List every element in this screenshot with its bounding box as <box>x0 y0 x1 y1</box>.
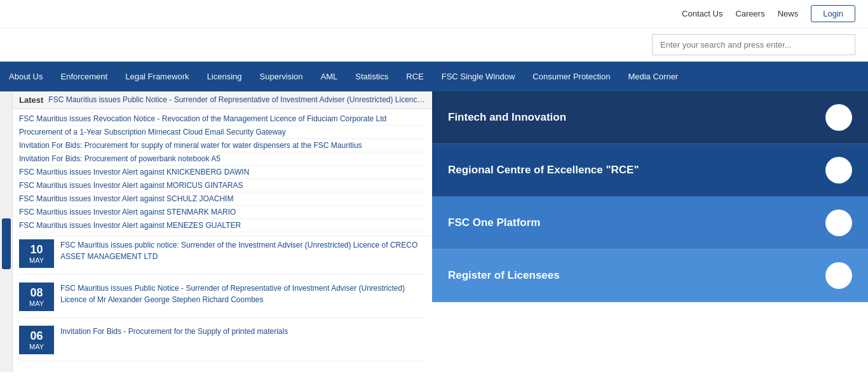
nav-consumer-protection[interactable]: Consumer Protection <box>524 62 619 91</box>
main-nav: About Us Enforcement Legal Framework Lic… <box>0 62 868 91</box>
top-bar: Contact Us Careers News Login <box>0 0 868 28</box>
login-button[interactable]: Login <box>811 5 855 22</box>
news-link[interactable]: News <box>778 9 799 18</box>
panel-register[interactable]: Register of Licensees <box>432 250 868 302</box>
panel-fsc-platform[interactable]: FSC One Platform <box>432 197 868 250</box>
news-day: 10 <box>25 243 48 256</box>
news-day: 08 <box>25 286 48 300</box>
news-month: MAY <box>25 256 48 264</box>
news-item: 06 MAY Invitation For Bids - Procurement… <box>19 326 426 361</box>
nav-supervision[interactable]: Supervision <box>251 62 312 91</box>
nav-legal-framework[interactable]: Legal Framework <box>116 62 198 91</box>
panel-rce-label: Regional Centre of Excellence "RCE" <box>448 164 639 176</box>
panel-fintech-icon <box>825 104 852 131</box>
panel-rce-icon <box>825 157 852 183</box>
panel-fintech[interactable]: Fintech and Innovation <box>432 91 868 144</box>
news-link-item[interactable]: Procurement of a 1-Year Subscription Mim… <box>19 126 426 139</box>
contact-us-link[interactable]: Contact Us <box>682 9 722 18</box>
panel-fsc-platform-label: FSC One Platform <box>448 216 540 229</box>
news-item: 10 MAY FSC Mauritius issues public notic… <box>19 239 426 275</box>
news-month: MAY <box>25 343 48 350</box>
news-link-item[interactable]: Invitation For Bids: Procurement for sup… <box>19 139 426 152</box>
main-content: Latest FSC Mauritius issues Public Notic… <box>0 91 868 372</box>
nav-enforcement[interactable]: Enforcement <box>51 62 116 91</box>
news-description[interactable]: Invitation For Bids - Procurement for th… <box>60 326 288 354</box>
right-panel: Fintech and Innovation Regional Centre o… <box>432 91 868 372</box>
news-section: Latest FSC Mauritius issues Public Notic… <box>13 91 432 372</box>
panel-fintech-label: Fintech and Innovation <box>448 111 566 124</box>
news-day: 06 <box>25 329 48 343</box>
panel-register-label: Register of Licensees <box>448 269 560 282</box>
news-link-item[interactable]: Invitation For Bids: Procurement of powe… <box>19 152 426 166</box>
news-link-item[interactable]: FSC Mauritius issues Investor Alert agai… <box>19 192 426 206</box>
scroll-thumb[interactable] <box>2 218 11 269</box>
news-link-item[interactable]: FSC Mauritius issues Investor Alert agai… <box>19 166 426 179</box>
latest-label: Latest <box>19 95 43 105</box>
nav-about-us[interactable]: About Us <box>0 62 51 91</box>
date-box: 10 MAY <box>19 239 54 268</box>
nav-licensing[interactable]: Licensing <box>198 62 251 91</box>
careers-link[interactable]: Careers <box>735 9 764 18</box>
date-box: 08 MAY <box>19 283 54 311</box>
news-link-item[interactable]: FSC Mauritius issues Investor Alert agai… <box>19 179 426 192</box>
date-box: 06 MAY <box>19 326 54 354</box>
search-input[interactable] <box>652 34 855 55</box>
news-links: FSC Mauritius issues Revocation Notice -… <box>13 109 432 236</box>
nav-fsc-single-window[interactable]: FSC Single Window <box>433 62 524 91</box>
nav-rce[interactable]: RCE <box>397 62 432 91</box>
news-item: 08 MAY FSC Mauritius issues Public Notic… <box>19 283 426 318</box>
news-link-item[interactable]: FSC Mauritius issues Investor Alert agai… <box>19 219 426 232</box>
latest-text: FSC Mauritius issues Public Notice - Sur… <box>48 95 426 104</box>
nav-statistics[interactable]: Statistics <box>346 62 397 91</box>
nav-aml[interactable]: AML <box>312 62 347 91</box>
news-link-item[interactable]: FSC Mauritius issues Revocation Notice -… <box>19 112 426 126</box>
news-items: 10 MAY FSC Mauritius issues public notic… <box>13 236 432 372</box>
latest-bar: Latest FSC Mauritius issues Public Notic… <box>13 91 432 109</box>
news-description[interactable]: FSC Mauritius issues public notice: Surr… <box>60 239 426 268</box>
search-bar <box>0 28 868 62</box>
news-link-item[interactable]: FSC Mauritius issues Investor Alert agai… <box>19 206 426 219</box>
panel-register-icon <box>825 262 852 289</box>
panel-rce[interactable]: Regional Centre of Excellence "RCE" <box>432 144 868 197</box>
nav-media-corner[interactable]: Media Corner <box>619 62 687 91</box>
news-month: MAY <box>25 300 48 307</box>
scroll-indicator[interactable] <box>0 91 13 372</box>
panel-fsc-platform-icon <box>825 210 852 236</box>
news-description[interactable]: FSC Mauritius issues Public Notice - Sur… <box>60 283 426 311</box>
